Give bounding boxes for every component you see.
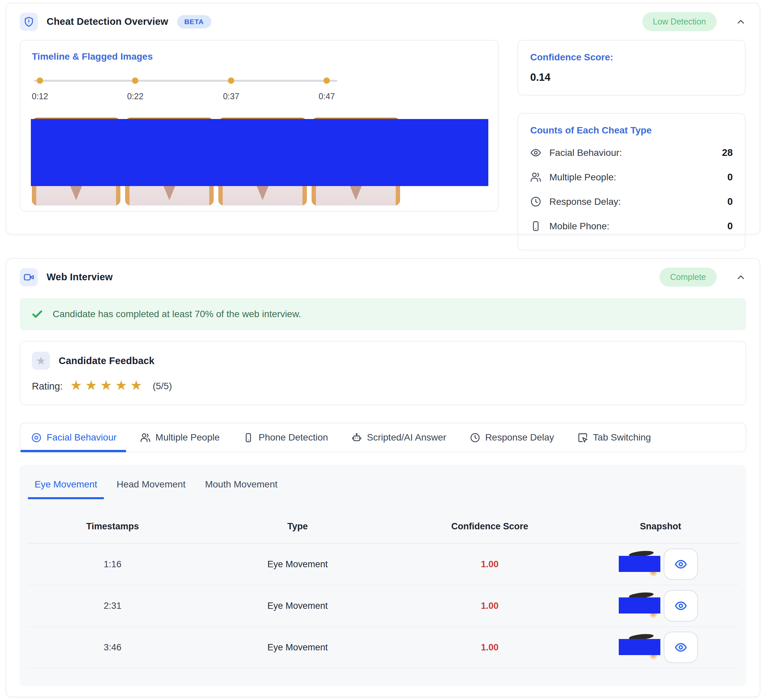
video-camera-icon (20, 268, 38, 286)
count-label: Facial Behaviour: (549, 147, 622, 158)
web-interview-header: Web Interview Complete (6, 259, 760, 293)
subtab-eye-movement[interactable]: Eye Movement (35, 479, 97, 499)
row-timestamp: 2:31 (27, 585, 198, 627)
count-label: Response Delay: (549, 196, 621, 207)
row-confidence-score: 1.00 (397, 585, 582, 627)
timeline-dot[interactable] (228, 77, 234, 84)
row-confidence-score: 1.00 (397, 544, 582, 585)
detection-tabs: Facial Behaviour Multiple People Phone D… (20, 423, 746, 452)
clock-icon (470, 433, 480, 443)
clock-icon (530, 196, 541, 207)
checkmark-icon (31, 308, 43, 320)
tab-scripted-ai-answer[interactable]: Scripted/AI Answer (351, 423, 447, 452)
table-row: 1:16 Eye Movement 1.00 (27, 544, 739, 585)
rating-stars: ★★★★★ (70, 379, 145, 392)
tab-phone-detection[interactable]: Phone Detection (242, 423, 329, 452)
table-row: 2:31 Eye Movement 1.00 (27, 585, 739, 627)
subtab-head-movement[interactable]: Head Movement (117, 479, 185, 499)
timeline-timestamp: 0:47 (319, 92, 335, 101)
eye-icon (674, 558, 687, 570)
timeline-dot[interactable] (324, 77, 330, 84)
detection-status-badge: Low Detection (642, 12, 717, 31)
web-interview-title: Web Interview (47, 272, 113, 283)
tab-switch-icon (578, 433, 588, 443)
candidate-feedback-card: ★ Candidate Feedback Rating: ★★★★★ (5/5) (20, 341, 746, 405)
timeline-dot[interactable] (132, 77, 139, 84)
tab-label: Facial Behaviour (47, 432, 117, 443)
timeline-flagged-images-card: Timeline & Flagged Images 0:12 0:22 0:37… (20, 40, 499, 212)
cheat-detection-header: Cheat Detection Overview BETA Low Detect… (6, 3, 760, 38)
count-value: 0 (727, 172, 733, 183)
row-timestamp: 1:16 (27, 544, 198, 585)
detections-table: Timestamps Type Confidence Score Snapsho… (27, 521, 739, 668)
row-confidence-score: 1.00 (397, 627, 582, 668)
completion-banner: Candidate has completed at least 70% of … (20, 298, 746, 330)
count-value: 0 (727, 221, 733, 232)
row-timestamp: 3:46 (27, 627, 198, 668)
rating-value: (5/5) (153, 381, 172, 392)
web-interview-card: Web Interview Complete Candidate has com… (6, 258, 760, 697)
tab-label: Tab Switching (593, 432, 651, 443)
tab-label: Scripted/AI Answer (367, 432, 446, 443)
snapshot-thumbnail[interactable] (624, 590, 659, 621)
timeline: 0:12 0:22 0:37 0:47 (34, 76, 337, 108)
completion-banner-text: Candidate has completed at least 70% of … (53, 309, 301, 319)
snapshot-thumbnail[interactable] (624, 632, 659, 663)
timeline-timestamp: 0:22 (127, 92, 144, 101)
shield-alert-icon (20, 13, 38, 31)
row-type: Eye Movement (198, 627, 397, 668)
tab-facial-behaviour[interactable]: Facial Behaviour (30, 423, 117, 452)
smartphone-icon (243, 433, 253, 443)
tab-response-delay[interactable]: Response Delay (469, 423, 555, 452)
tab-tab-switching[interactable]: Tab Switching (577, 423, 652, 452)
users-icon (530, 172, 541, 183)
tab-label: Response Delay (485, 432, 554, 443)
timeline-dot[interactable] (37, 77, 43, 84)
tab-multiple-people[interactable]: Multiple People (139, 423, 220, 452)
confidence-score-value: 0.14 (530, 71, 733, 84)
star-icon: ★ (32, 352, 50, 370)
candidate-feedback-title: Candidate Feedback (59, 356, 155, 367)
count-row-response-delay: Response Delay: 0 (530, 190, 733, 214)
column-header-timestamps: Timestamps (27, 521, 198, 544)
column-header-type: Type (198, 521, 397, 544)
timeline-title: Timeline & Flagged Images (32, 51, 487, 62)
circle-eye-icon (31, 433, 41, 443)
interview-status-badge: Complete (659, 267, 717, 287)
timeline-timestamp: 0:12 (32, 92, 48, 101)
smartphone-icon (530, 221, 541, 232)
timeline-track (34, 80, 337, 82)
row-type: Eye Movement (198, 585, 397, 627)
rating-label: Rating: (32, 381, 63, 392)
view-snapshot-button[interactable] (664, 632, 698, 663)
collapse-interview-card-button[interactable] (736, 272, 746, 283)
facial-behaviour-panel: Eye Movement Head Movement Mouth Movemen… (20, 465, 746, 686)
tab-label: Multiple People (156, 432, 220, 443)
count-row-multiple-people: Multiple People: 0 (530, 165, 733, 190)
chevron-up-icon (736, 16, 746, 27)
confidence-score-card: Confidence Score: 0.14 (518, 40, 745, 96)
row-type: Eye Movement (198, 544, 397, 585)
view-snapshot-button[interactable] (664, 548, 698, 580)
privacy-redaction-overlay (31, 119, 488, 186)
collapse-cheat-card-button[interactable] (736, 16, 746, 27)
cheat-type-counts-card: Counts of Each Cheat Type Facial Behavio… (518, 113, 745, 250)
count-label: Mobile Phone: (549, 221, 609, 232)
cheat-detection-title: Cheat Detection Overview (47, 16, 168, 27)
privacy-redaction-overlay (619, 556, 660, 572)
eye-icon (674, 599, 687, 612)
column-header-confidence-score: Confidence Score (397, 521, 582, 544)
bot-icon (351, 433, 362, 443)
cheat-detection-card: Cheat Detection Overview BETA Low Detect… (6, 3, 760, 235)
view-snapshot-button[interactable] (664, 590, 698, 621)
flagged-images-row (32, 118, 487, 205)
beta-badge: BETA (177, 15, 211, 28)
eye-icon (674, 641, 687, 654)
table-row: 3:46 Eye Movement 1.00 (27, 627, 739, 668)
subtab-mouth-movement[interactable]: Mouth Movement (205, 479, 277, 499)
count-value: 0 (727, 196, 733, 207)
movement-subtabs: Eye Movement Head Movement Mouth Movemen… (27, 479, 739, 499)
cheat-type-counts-title: Counts of Each Cheat Type (530, 125, 733, 136)
snapshot-thumbnail[interactable] (624, 548, 659, 580)
tab-label: Phone Detection (259, 432, 328, 443)
